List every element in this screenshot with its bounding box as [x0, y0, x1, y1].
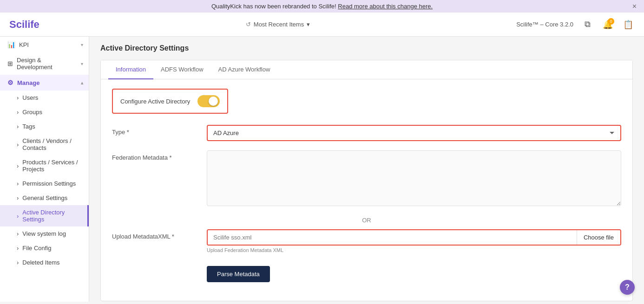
permissions-chevron — [17, 180, 19, 187]
configure-label: Configure Active Directory — [120, 98, 190, 105]
form-content: Configure Active Directory Type * AD Azu… — [101, 79, 632, 301]
parse-button-row: Parse Metadata — [112, 262, 621, 282]
file-input[interactable] — [208, 230, 577, 245]
logo: Scilife — [9, 19, 39, 31]
upload-hint: Upload Federation Metadata XML — [207, 247, 621, 253]
top-banner: QualityKick has now been rebranded to Sc… — [0, 0, 644, 13]
or-divider: OR — [112, 217, 621, 224]
sidebar-groups-label: Groups — [22, 109, 42, 116]
tab-ad-azure-workflow[interactable]: AD Azure Workflow — [211, 60, 278, 79]
clients-chevron — [17, 141, 19, 148]
federation-metadata-textarea[interactable] — [207, 150, 621, 206]
content-card: Information ADFS Workflow AD Azure Workf… — [100, 60, 633, 301]
banner-link[interactable]: Read more about this change here. — [338, 3, 433, 10]
parse-control-wrap: Parse Metadata — [207, 262, 621, 282]
sidebar-item-system-log[interactable]: View system log — [0, 226, 89, 241]
sidebar-design-dev-label: Design & Development — [17, 57, 77, 71]
sidebar-item-kpi[interactable]: 📊 KPI — [0, 37, 89, 52]
history-icon: ↺ — [246, 21, 251, 28]
manage-icon: ⚙ — [7, 79, 13, 86]
sidebar-item-general-settings[interactable]: General Settings — [0, 191, 89, 205]
sidebar-item-tags[interactable]: Tags — [0, 119, 89, 134]
sidebar-item-groups[interactable]: Groups — [0, 105, 89, 119]
header-right: Scilife™ – Core 3.2.0 ⧉ 🔔 0 📋 — [516, 18, 635, 31]
sidebar-clients-label: Clients / Vendors / Contacts — [22, 137, 83, 151]
manage-chevron — [81, 80, 83, 85]
type-select[interactable]: AD Azure ADFS — [207, 125, 621, 141]
sidebar: 📊 KPI ⊞ Design & Development ⚙ Manage Us… — [0, 37, 89, 302]
page-title: Active Directory Settings — [100, 44, 633, 52]
version-label: Scilife™ – Core 3.2.0 — [516, 21, 573, 28]
notifications-icon[interactable]: 🔔 0 — [601, 18, 614, 31]
general-settings-chevron — [17, 194, 19, 201]
products-chevron — [17, 162, 19, 169]
tab-information[interactable]: Information — [108, 60, 153, 79]
toggle-track — [197, 95, 220, 107]
tabs: Information ADFS Workflow AD Azure Workf… — [101, 60, 632, 79]
sidebar-general-settings-label: General Settings — [22, 194, 67, 201]
sidebar-item-active-directory[interactable]: Active Directory Settings — [0, 205, 89, 226]
sidebar-file-config-label: File Config — [22, 245, 51, 252]
parse-label-spacer — [112, 262, 196, 266]
federation-metadata-control-wrap — [207, 150, 621, 207]
groups-chevron — [17, 109, 19, 116]
choose-file-button[interactable]: Choose file — [577, 230, 620, 245]
kpi-chevron — [81, 42, 83, 47]
sidebar-tags-label: Tags — [22, 123, 35, 130]
notification-badge: 0 — [608, 18, 614, 25]
sidebar-users-label: Users — [22, 94, 38, 101]
sidebar-item-manage[interactable]: ⚙ Manage — [0, 75, 89, 91]
parse-metadata-button[interactable]: Parse Metadata — [207, 266, 270, 282]
design-dev-chevron — [81, 61, 83, 66]
federation-metadata-row: Federation Metadata * — [112, 150, 621, 207]
file-input-row: Choose file — [207, 229, 621, 246]
banner-close[interactable]: × — [632, 2, 637, 11]
upload-metadata-control-wrap: Choose file Upload Federation Metadata X… — [207, 229, 621, 253]
header: Scilife ↺ Most Recent Items Scilife™ – C… — [0, 13, 644, 37]
banner-text: QualityKick has now been rebranded to Sc… — [211, 3, 338, 10]
sidebar-item-deleted-items[interactable]: Deleted Items — [0, 255, 89, 270]
sidebar-manage-label: Manage — [17, 79, 39, 86]
chevron-down-icon — [307, 21, 310, 28]
sidebar-permissions-label: Permission Settings — [22, 180, 76, 187]
sidebar-item-permissions[interactable]: Permission Settings — [0, 176, 89, 191]
sidebar-item-users[interactable]: Users — [0, 91, 89, 105]
tab-adfs-workflow[interactable]: ADFS Workflow — [153, 60, 211, 79]
type-label: Type * — [112, 125, 196, 136]
design-dev-icon: ⊞ — [7, 60, 13, 67]
upload-metadata-label: Upload MetadataXML * — [112, 229, 196, 240]
system-log-chevron — [17, 230, 19, 237]
configure-toggle[interactable] — [197, 95, 220, 107]
sidebar-system-log-label: View system log — [22, 230, 66, 237]
sidebar-products-label: Products / Services / Projects — [22, 159, 83, 173]
main-content: Active Directory Settings Information AD… — [89, 37, 644, 302]
sidebar-item-file-config[interactable]: File Config — [0, 241, 89, 255]
recent-items-label: Most Recent Items — [254, 21, 304, 28]
layout: 📊 KPI ⊞ Design & Development ⚙ Manage Us… — [0, 37, 644, 302]
file-config-chevron — [17, 245, 19, 252]
help-button[interactable]: ? — [620, 280, 635, 295]
kpi-icon: 📊 — [7, 41, 15, 48]
type-row: Type * AD Azure ADFS — [112, 125, 621, 141]
toggle-thumb — [209, 97, 218, 106]
tags-chevron — [17, 123, 19, 130]
sidebar-item-products[interactable]: Products / Services / Projects — [0, 155, 89, 176]
active-directory-chevron — [17, 213, 19, 220]
upload-metadata-row: Upload MetadataXML * Choose file Upload … — [112, 229, 621, 253]
configure-section: Configure Active Directory — [112, 89, 228, 114]
sidebar-active-directory-label: Active Directory Settings — [22, 209, 82, 223]
screens-icon[interactable]: ⧉ — [581, 18, 594, 31]
sidebar-item-design-dev[interactable]: ⊞ Design & Development — [0, 52, 89, 75]
recent-items-button[interactable]: ↺ Most Recent Items — [246, 21, 310, 28]
federation-metadata-label: Federation Metadata * — [112, 150, 196, 161]
type-control-wrap: AD Azure ADFS — [207, 125, 621, 141]
bookmark-icon[interactable]: 📋 — [622, 18, 635, 31]
sidebar-item-clients[interactable]: Clients / Vendors / Contacts — [0, 134, 89, 155]
sidebar-kpi-label: KPI — [19, 41, 29, 48]
sidebar-deleted-items-label: Deleted Items — [22, 259, 59, 266]
users-chevron — [17, 94, 19, 101]
deleted-items-chevron — [17, 259, 19, 266]
